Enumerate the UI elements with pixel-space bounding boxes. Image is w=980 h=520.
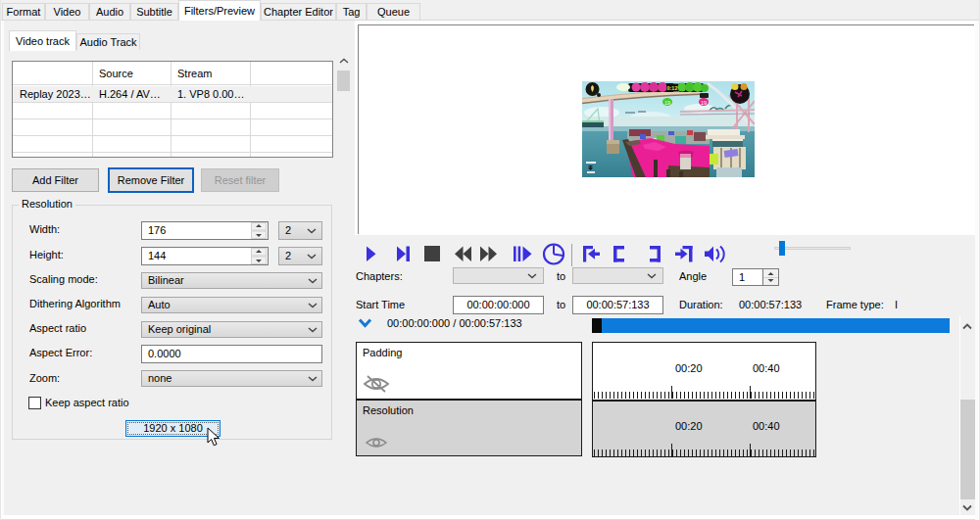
svg-text:19: 19 — [664, 100, 670, 106]
svg-text:19: 19 — [701, 100, 707, 106]
svg-text:0:12: 0:12 — [666, 85, 677, 91]
